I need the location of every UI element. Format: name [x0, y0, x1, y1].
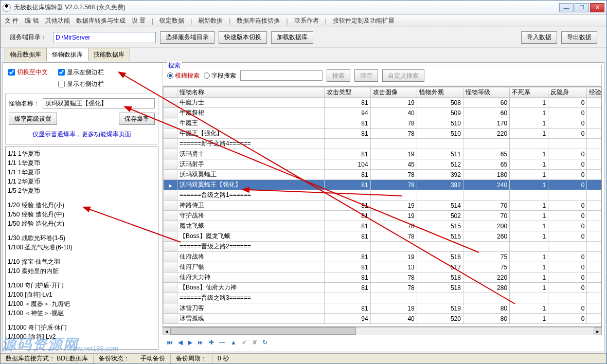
- cell[interactable]: 78: [370, 129, 417, 139]
- cell[interactable]: 517: [417, 262, 463, 272]
- table-row[interactable]: 守护战将811950270103000300005: [164, 211, 602, 221]
- cell[interactable]: 3500: [587, 252, 602, 262]
- export-button[interactable]: 导出数据: [561, 31, 597, 44]
- cell[interactable]: 75: [463, 252, 509, 262]
- cell[interactable]: 2500: [587, 159, 602, 170]
- cell[interactable]: 1: [510, 118, 548, 129]
- cell[interactable]: 1: [510, 221, 548, 231]
- cell[interactable]: 0: [548, 108, 587, 118]
- cell[interactable]: [370, 190, 417, 201]
- cell-name[interactable]: 冰雪刀客: [177, 303, 324, 314]
- menu-item[interactable]: 数据库连接切换: [237, 16, 280, 25]
- cell[interactable]: 81: [324, 272, 370, 283]
- table-row[interactable]: ======新手之路4======: [164, 139, 602, 149]
- cell[interactable]: 0: [548, 221, 587, 231]
- menu-item[interactable]: 设 置: [132, 16, 146, 25]
- cell[interactable]: [324, 190, 370, 201]
- table-row[interactable]: ======晋级之路1======: [164, 190, 602, 201]
- col-header[interactable]: 不死系: [510, 87, 548, 98]
- cell[interactable]: 70000: [587, 118, 602, 129]
- cell[interactable]: 512: [417, 159, 463, 170]
- cell[interactable]: 78: [370, 118, 417, 129]
- cell[interactable]: 81: [324, 231, 370, 242]
- table-row[interactable]: 沃玛勇士81195116510250025000: [164, 149, 602, 159]
- cell[interactable]: [417, 293, 463, 303]
- cell[interactable]: 80: [463, 314, 509, 324]
- close-button[interactable]: ✕: [590, 3, 604, 12]
- cell[interactable]: [548, 190, 587, 201]
- cell[interactable]: 200000: [587, 283, 602, 293]
- cell[interactable]: 0: [548, 180, 587, 190]
- cell[interactable]: 80000: [587, 170, 602, 180]
- col-header[interactable]: 反隐身: [548, 87, 587, 98]
- cell[interactable]: 100000: [587, 272, 602, 283]
- cell[interactable]: [370, 293, 417, 303]
- cell[interactable]: [587, 242, 602, 252]
- cell[interactable]: 520: [417, 314, 463, 324]
- cell[interactable]: 1: [510, 272, 548, 283]
- cell[interactable]: [324, 242, 370, 252]
- cell[interactable]: 13: [370, 262, 417, 272]
- cell[interactable]: 3000: [587, 211, 602, 221]
- cell-name[interactable]: 牛魔王【强化】: [177, 129, 324, 139]
- menu-item[interactable]: 锁定数据: [159, 16, 184, 25]
- cell[interactable]: 3500: [587, 262, 602, 272]
- cell-name[interactable]: 【Boss】仙府大力神: [177, 283, 324, 293]
- cell[interactable]: 1: [510, 201, 548, 211]
- cell[interactable]: 514: [417, 201, 463, 211]
- cell-name[interactable]: 冰雪孤魂: [177, 314, 324, 324]
- cell[interactable]: 180000: [587, 231, 602, 242]
- cell[interactable]: 19: [370, 149, 417, 159]
- table-row[interactable]: 牛魔王【强化】81785102201014000080000016: [164, 129, 602, 139]
- cell-name[interactable]: ======新手之路4======: [177, 139, 324, 149]
- cell-name[interactable]: 牛魔王: [177, 118, 324, 129]
- cell-name[interactable]: 守护战将: [177, 211, 324, 221]
- cell[interactable]: [510, 242, 548, 252]
- cell[interactable]: 81: [324, 170, 370, 180]
- switch-cn-checkbox[interactable]: 切换至中文: [8, 68, 48, 77]
- table-row[interactable]: 牛魔力士811950860102000200002: [164, 98, 602, 108]
- cell[interactable]: 94: [324, 314, 370, 324]
- cell[interactable]: 240: [463, 180, 509, 190]
- server-path-input[interactable]: [53, 32, 156, 43]
- table-row[interactable]: 仙府战将811951675103500350005: [164, 252, 602, 262]
- cell[interactable]: 3000: [587, 201, 602, 211]
- cell[interactable]: 81: [324, 252, 370, 262]
- cell[interactable]: 170: [463, 118, 509, 129]
- cell[interactable]: [463, 190, 509, 201]
- cell[interactable]: [587, 190, 602, 201]
- cell[interactable]: 81: [324, 118, 370, 129]
- nav-add-icon[interactable]: ✚: [209, 339, 214, 346]
- cell[interactable]: 0: [548, 231, 587, 242]
- cell[interactable]: 2000: [587, 98, 602, 108]
- cell[interactable]: 508: [417, 98, 463, 108]
- cell-name[interactable]: 【Boss】魔龙飞蛾: [177, 231, 324, 242]
- cell[interactable]: 0: [548, 314, 587, 324]
- maximize-button[interactable]: ☐: [575, 3, 589, 12]
- cell[interactable]: 510: [417, 129, 463, 139]
- cell-name[interactable]: 沃玛双翼蝠王【强化】: [177, 180, 324, 190]
- table-row[interactable]: 牛魔祭祀94405096010200020000: [164, 108, 602, 118]
- cell[interactable]: 90000: [587, 221, 602, 231]
- cell[interactable]: 78: [370, 283, 417, 293]
- select-dir-button[interactable]: 选择服务端目录: [160, 31, 215, 44]
- cell[interactable]: 19: [370, 98, 417, 108]
- cell[interactable]: 510: [417, 118, 463, 129]
- cell[interactable]: 220: [463, 129, 509, 139]
- cell[interactable]: 1: [510, 180, 548, 190]
- cell[interactable]: [548, 293, 587, 303]
- cell[interactable]: 0: [548, 252, 587, 262]
- cell[interactable]: 81: [324, 303, 370, 314]
- cell[interactable]: [587, 139, 602, 149]
- cell[interactable]: 70: [463, 211, 509, 221]
- cell[interactable]: 511: [417, 149, 463, 159]
- menu-item[interactable]: 联系作者: [294, 16, 319, 25]
- cell[interactable]: 2500: [587, 149, 602, 159]
- cell[interactable]: 81: [324, 283, 370, 293]
- cell[interactable]: 1: [510, 252, 548, 262]
- menu-item[interactable]: 文 件: [5, 16, 19, 25]
- menu-item[interactable]: 刷新数据: [198, 16, 223, 25]
- cell[interactable]: 518: [417, 272, 463, 283]
- cell[interactable]: 1: [510, 98, 548, 108]
- col-header[interactable]: 怪物名称: [177, 87, 324, 98]
